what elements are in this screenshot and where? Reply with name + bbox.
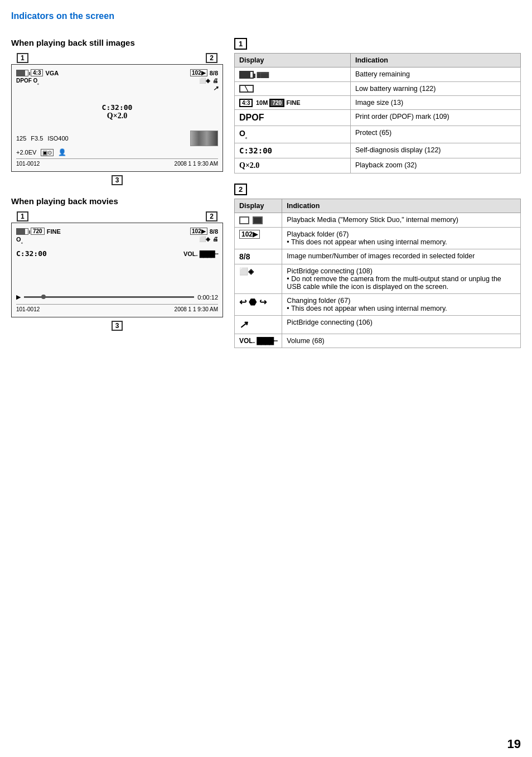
movie-print-icon: 🖨 <box>212 236 218 242</box>
movie-screen-wrapper: 1 2 720 FINE <box>11 211 223 331</box>
table1-body: ▓▓▓ Battery remaining ╲ Low battery warn… <box>235 67 521 173</box>
table-row: DPOF Print order (DPOF) mark (109) <box>235 110 521 126</box>
folder-num: 102▶ <box>190 69 207 76</box>
volume-display: VOL. ████··· <box>239 337 277 345</box>
still-timestamp: 101-0012 2008 1 1 9:30 AM <box>16 158 218 167</box>
still-middle: C:32:00 Q×2.0 <box>16 92 218 126</box>
movie-size-badge: 720 <box>31 228 45 235</box>
pictbridge-icon: ↗ <box>213 85 218 92</box>
movie-usb-icon: ⬜◈ <box>199 236 210 242</box>
still-top-row: 4:3 VGA DPOF O꜀ 102▶ 8/8 ⬜◈ <box>16 69 218 92</box>
table1-header-display: Display <box>235 54 351 67</box>
movie-camera-screen: 720 FINE O꜀ 102▶ 8/8 ⬜◈ <box>11 223 223 317</box>
table-row: 8/8 Image number/Number of images record… <box>235 249 521 264</box>
movie-protect: O꜀ <box>16 236 61 245</box>
display-cell-media <box>235 213 282 228</box>
table-row: C:32:00 Self-diagnosis display (122) <box>235 143 521 158</box>
indication-cell-image-size: Image size (13) <box>350 96 520 110</box>
count-display: 8/8 <box>239 252 250 261</box>
still-ev-row: +2.0EV ▣⊙ 👤 <box>16 148 218 156</box>
pictbridge-notes: Do not remove the camera from the multi-… <box>287 275 516 291</box>
still-exposure-row: 125 F3.5 ISO400 <box>16 131 218 146</box>
page-title: Indicators on the screen <box>11 11 521 21</box>
table1-header-indication: Indication <box>350 54 520 67</box>
display-cell-folder: 102▶ <box>235 227 282 249</box>
vga-label: VGA <box>45 70 59 76</box>
still-top-right-row2: ⬜◈ 🖨 <box>199 78 218 84</box>
table2: Display Indication Playback Media ("Memo… <box>234 199 521 348</box>
volume-bar: VOL. ████··· <box>183 250 218 257</box>
movie-battery <box>16 228 28 235</box>
table-row: Playback Media ("Memory Stick Duo," inte… <box>235 213 521 228</box>
still-top-left: 4:3 VGA DPOF O꜀ <box>16 69 59 86</box>
still-top-right-row1: 102▶ 8/8 <box>190 69 218 76</box>
movie-label-1: 1 <box>17 211 28 221</box>
label-box-3-still: 3 <box>112 175 123 185</box>
movie-timestamp: 101-0012 2008 1 1 9:30 AM <box>16 304 218 312</box>
still-images-title: When playing back still images <box>11 38 223 47</box>
size-badge: 4:3 <box>31 69 43 76</box>
folder-display: 102▶ <box>239 230 260 239</box>
still-camera-screen: 4:3 VGA DPOF O꜀ 102▶ 8/8 ⬜◈ <box>11 64 223 172</box>
still-bottom-area: 125 F3.5 ISO400 +2.0EV ▣⊙ 👤 101-0 <box>16 131 218 167</box>
section-num-1: 1 <box>234 38 247 50</box>
self-diag-display: C:32:00 <box>239 146 272 155</box>
still-top-left-row1: 4:3 VGA <box>16 69 59 76</box>
pictbridge2-display: ↗ <box>239 319 248 330</box>
table-row: ↩ ⬣ ↪ Changing folder (67) This does not… <box>235 293 521 315</box>
progress-line <box>24 296 194 298</box>
mode-icons: ▣⊙ <box>41 149 54 156</box>
movie-label-2: 2 <box>206 211 217 221</box>
indication-cell-folder-change: Changing folder (67) This does not appea… <box>282 293 521 315</box>
indication-cell-folder: Playback folder (67) This does not appea… <box>282 227 521 249</box>
left-column: When playing back still images 1 2 <box>11 38 223 358</box>
zoom-display: Q×2.0 <box>239 161 259 170</box>
display-cell-protect: O꜀ <box>235 126 351 143</box>
shutter-speed: 125 <box>16 135 26 142</box>
image-count: 8/8 <box>210 70 218 76</box>
play-icon: ▶ <box>16 293 21 301</box>
table1: Display Indication ▓▓▓ Battery r <box>234 53 521 173</box>
page-number: 19 <box>507 737 521 751</box>
table-row: VOL. ████··· Volume (68) <box>235 334 521 348</box>
zoom-indicator: Q×2.0 <box>16 112 218 120</box>
still-top-right: 102▶ 8/8 ⬜◈ 🖨 ↗ <box>190 69 218 92</box>
movie-top-left-row1: 720 FINE <box>16 228 61 235</box>
movie-progress: ▶ 0:00:12 <box>16 293 218 301</box>
folder-change-notes: This does not appear when using internal… <box>287 305 516 312</box>
label-box-3-movie: 3 <box>112 321 123 331</box>
section-num-2: 2 <box>234 184 247 195</box>
time-display: 0:00:12 <box>197 294 218 301</box>
movie-top-right-row1: 102▶ 8/8 <box>190 228 218 235</box>
right-column: 1 Display Indication <box>234 38 521 358</box>
pictbridge-display: ⬜◈ <box>239 267 254 276</box>
display-cell-folder-change: ↩ ⬣ ↪ <box>235 293 282 315</box>
display-cell-selfdiag: C:32:00 <box>235 143 351 158</box>
dpof-display: DPOF <box>239 113 264 122</box>
portrait-icon: 👤 <box>58 148 66 156</box>
movie-quality: FINE <box>47 228 61 235</box>
table2-header-display: Display <box>235 199 282 213</box>
movie-folder-num: 102▶ <box>190 228 207 235</box>
indication-cell-imgcount: Image number/Number of images recorded i… <box>282 249 521 264</box>
iso: ISO400 <box>47 135 68 142</box>
indication-cell-protect: Protect (65) <box>350 126 520 143</box>
display-cell-battery-low: ╲ <box>235 81 351 96</box>
movie-top-row: 720 FINE O꜀ 102▶ 8/8 ⬜◈ <box>16 228 218 245</box>
movie-top-right-row2: ⬜◈ 🖨 <box>199 236 218 242</box>
indication-cell-dpof: Print order (DPOF) mark (109) <box>350 110 520 126</box>
table2-body: Playback Media ("Memory Stick Duo," inte… <box>235 213 521 348</box>
table-row: ╲ Low battery warning (122) <box>235 81 521 96</box>
indication-cell-battery: Battery remaining <box>350 67 520 82</box>
battery-indicator <box>16 70 28 76</box>
usb-icon: ⬜◈ <box>199 78 210 84</box>
display-cell-imgcount: 8/8 <box>235 249 282 264</box>
movie-middle-row: C:32:00 VOL. ████··· <box>16 249 218 258</box>
display-cell-dpof: DPOF <box>235 110 351 126</box>
table2-header-indication: Indication <box>282 199 521 213</box>
indication-cell-volume: Volume (68) <box>282 334 521 348</box>
folder-change-display: ↩ ⬣ ↪ <box>239 297 267 307</box>
table-row: Q×2.0 Playback zoom (32) <box>235 158 521 173</box>
histogram <box>190 131 218 146</box>
display-cell-pictbridge2: ↗ <box>235 315 282 334</box>
